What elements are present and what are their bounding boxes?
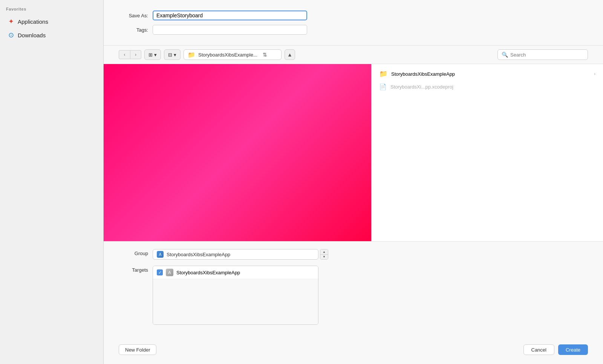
toolbar-row: ‹ › ⊞ ▾ ⊟ ▾ 📁 StoryboardsXibsExample... … (104, 46, 603, 64)
search-icon: 🔍 (502, 52, 508, 58)
group-app-icon: A (157, 251, 164, 258)
tags-label: Tags: (119, 27, 153, 33)
forward-button[interactable]: › (130, 50, 141, 59)
target-name: StoryboardsXibsExampleApp (176, 270, 240, 275)
downloads-icon: ⊙ (8, 31, 14, 39)
targets-label: Targets (119, 266, 153, 273)
stepper-up-icon: ▲ (320, 249, 328, 255)
xcodeproj-icon: 📄 (379, 83, 387, 90)
sidebar: Favorites ✦ Applications ⊙ Downloads (0, 0, 104, 364)
dialog-buttons: New Folder Cancel Create (104, 338, 603, 364)
chevron-right-icon: › (594, 71, 595, 76)
file-item-folder-name: StoryboardsXibsExampleApp (391, 71, 455, 77)
sidebar-item-applications[interactable]: ✦ Applications (3, 15, 100, 28)
grid-view-icon: ⊟ (168, 52, 172, 58)
group-value: StoryboardsXibsExampleApp (167, 252, 230, 257)
save-as-row: Save As: (119, 11, 588, 20)
sidebar-item-downloads[interactable]: ⊙ Downloads (3, 29, 100, 41)
target-item[interactable]: ✓ A StoryboardsXibsExampleApp (153, 266, 318, 279)
group-select[interactable]: A StoryboardsXibsExampleApp (153, 249, 318, 260)
sidebar-item-downloads-label: Downloads (18, 32, 46, 38)
targets-box: ✓ A StoryboardsXibsExampleApp (153, 266, 318, 325)
file-list: 📁 StoryboardsXibsExampleApp › 📄 Storyboa… (371, 64, 603, 241)
dialog-overlay: Favorites ✦ Applications ⊙ Downloads Sav… (0, 0, 603, 364)
group-stepper[interactable]: ▲ ▼ (320, 249, 328, 260)
nav-buttons: ‹ › (119, 50, 141, 59)
target-empty-area (153, 279, 318, 324)
folder-icon: 📁 (188, 51, 195, 58)
save-as-label: Save As: (119, 13, 153, 18)
location-button[interactable]: 📁 StoryboardsXibsExample... ⇅ (184, 49, 282, 60)
dialog-header: Save As: Tags: (104, 0, 603, 46)
stepper-down-icon: ▼ (320, 255, 328, 260)
target-checkbox[interactable]: ✓ (157, 269, 163, 275)
file-browser: 📁 StoryboardsXibsExampleApp › 📄 Storyboa… (104, 64, 603, 241)
column-view-chevron: ▾ (154, 52, 157, 58)
new-folder-button[interactable]: New Folder (119, 344, 156, 355)
create-button[interactable]: Create (558, 344, 588, 355)
save-as-input[interactable] (153, 11, 307, 20)
cancel-button[interactable]: Cancel (523, 344, 554, 355)
file-item-xcodeproj-name: StoryboardsXi...pp.xcodeproj (390, 84, 453, 90)
targets-row: Targets ✓ A StoryboardsXibsExampleApp (119, 266, 588, 325)
tags-row: Tags: (119, 25, 588, 35)
dialog-footer: Group A StoryboardsXibsExampleApp ▲ ▼ Ta… (104, 241, 603, 338)
grid-view-button[interactable]: ⊟ ▾ (164, 49, 181, 60)
favorites-label: Favorites (0, 0, 103, 14)
location-label: StoryboardsXibsExample... (198, 52, 257, 58)
action-buttons: Cancel Create (523, 344, 588, 355)
column-view-button[interactable]: ⊞ ▾ (144, 49, 161, 60)
save-dialog: Save As: Tags: ‹ › ⊞ ▾ ⊟ ▾ 📁 (104, 0, 603, 364)
location-stepper-icon: ⇅ (263, 52, 267, 58)
folder-icon-blue: 📁 (379, 70, 387, 78)
expand-icon: ▲ (287, 52, 292, 58)
file-item-xcodeproj[interactable]: 📄 StoryboardsXi...pp.xcodeproj (372, 81, 603, 93)
group-label: Group (119, 249, 153, 256)
search-box: 🔍 (497, 49, 588, 60)
back-button[interactable]: ‹ (119, 50, 130, 59)
group-row: Group A StoryboardsXibsExampleApp ▲ ▼ (119, 249, 588, 260)
target-app-icon: A (166, 269, 173, 276)
file-item-folder[interactable]: 📁 StoryboardsXibsExampleApp › (372, 67, 603, 81)
sidebar-item-applications-label: Applications (18, 18, 48, 25)
applications-icon: ✦ (8, 17, 14, 26)
grid-view-chevron: ▾ (174, 52, 176, 58)
column-view-icon: ⊞ (148, 52, 153, 58)
search-input[interactable] (510, 52, 584, 58)
tags-input[interactable] (153, 25, 307, 35)
expand-button[interactable]: ▲ (285, 49, 295, 60)
canvas-preview (104, 64, 371, 241)
